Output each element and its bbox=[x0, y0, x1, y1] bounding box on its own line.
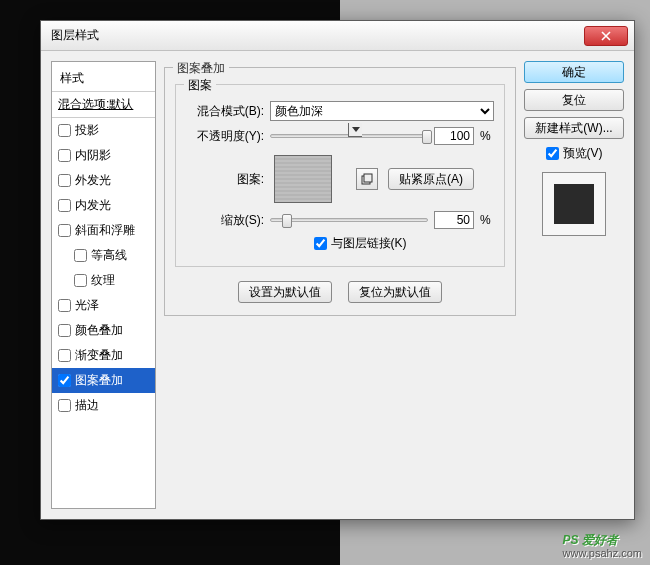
styles-header[interactable]: 样式 bbox=[52, 66, 155, 92]
style-item-label: 光泽 bbox=[75, 297, 99, 314]
style-item-label: 斜面和浮雕 bbox=[75, 222, 135, 239]
pattern-subgroup: 图案 混合模式(B): 颜色加深 不透明度(Y): % bbox=[175, 84, 505, 267]
scale-label: 缩放(S): bbox=[186, 212, 264, 229]
opacity-input[interactable] bbox=[434, 127, 474, 145]
style-item-checkbox[interactable] bbox=[58, 124, 71, 137]
style-item[interactable]: 斜面和浮雕 bbox=[52, 218, 155, 243]
watermark: PS 爱好者 www.psahz.com bbox=[563, 526, 642, 559]
style-item-checkbox[interactable] bbox=[58, 349, 71, 362]
style-item[interactable]: 投影 bbox=[52, 118, 155, 143]
opacity-unit: % bbox=[480, 129, 494, 143]
set-default-button[interactable]: 设置为默认值 bbox=[238, 281, 332, 303]
dialog-title: 图层样式 bbox=[51, 27, 99, 44]
style-item[interactable]: 外发光 bbox=[52, 168, 155, 193]
style-item-checkbox[interactable] bbox=[58, 299, 71, 312]
opacity-label: 不透明度(Y): bbox=[186, 128, 264, 145]
pattern-label: 图案: bbox=[186, 171, 264, 188]
blend-mode-select[interactable]: 颜色加深 bbox=[270, 101, 494, 121]
snap-origin-button[interactable]: 贴紧原点(A) bbox=[388, 168, 474, 190]
blend-options[interactable]: 混合选项:默认 bbox=[52, 92, 155, 118]
cancel-button[interactable]: 复位 bbox=[524, 89, 624, 111]
svg-rect-1 bbox=[364, 174, 372, 182]
preview-checkbox[interactable] bbox=[546, 147, 559, 160]
scale-unit: % bbox=[480, 213, 494, 227]
pattern-swatch[interactable] bbox=[274, 155, 332, 203]
style-item-checkbox[interactable] bbox=[58, 149, 71, 162]
style-item-label: 图案叠加 bbox=[75, 372, 123, 389]
style-item-label: 描边 bbox=[75, 397, 99, 414]
chevron-down-icon bbox=[352, 127, 360, 132]
style-item[interactable]: 内发光 bbox=[52, 193, 155, 218]
style-item-checkbox[interactable] bbox=[58, 374, 71, 387]
scale-input[interactable] bbox=[434, 211, 474, 229]
group-legend: 图案叠加 bbox=[173, 60, 229, 77]
style-item-checkbox[interactable] bbox=[58, 399, 71, 412]
style-item-label: 外发光 bbox=[75, 172, 111, 189]
style-item[interactable]: 颜色叠加 bbox=[52, 318, 155, 343]
style-item[interactable]: 内阴影 bbox=[52, 143, 155, 168]
pattern-overlay-group: 图案叠加 图案 混合模式(B): 颜色加深 不透明度(Y): bbox=[164, 67, 516, 316]
style-item[interactable]: 光泽 bbox=[52, 293, 155, 318]
pattern-dropdown[interactable] bbox=[348, 123, 362, 137]
blend-mode-label: 混合模式(B): bbox=[186, 103, 264, 120]
ok-button[interactable]: 确定 bbox=[524, 61, 624, 83]
style-item-checkbox[interactable] bbox=[58, 224, 71, 237]
style-item[interactable]: 渐变叠加 bbox=[52, 343, 155, 368]
style-item[interactable]: 描边 bbox=[52, 393, 155, 418]
style-item[interactable]: 图案叠加 bbox=[52, 368, 155, 393]
style-item-label: 颜色叠加 bbox=[75, 322, 123, 339]
style-item-label: 纹理 bbox=[91, 272, 115, 289]
style-item[interactable]: 等高线 bbox=[52, 243, 155, 268]
style-item-label: 投影 bbox=[75, 122, 99, 139]
style-item-label: 内阴影 bbox=[75, 147, 111, 164]
style-item-checkbox[interactable] bbox=[58, 199, 71, 212]
link-with-layer-label: 与图层链接(K) bbox=[331, 235, 407, 252]
style-item-checkbox[interactable] bbox=[74, 249, 87, 262]
style-item-label: 等高线 bbox=[91, 247, 127, 264]
scale-slider[interactable] bbox=[270, 218, 428, 222]
new-style-button[interactable]: 新建样式(W)... bbox=[524, 117, 624, 139]
style-item-checkbox[interactable] bbox=[74, 274, 87, 287]
subgroup-legend: 图案 bbox=[184, 77, 216, 94]
reset-default-button[interactable]: 复位为默认值 bbox=[348, 281, 442, 303]
style-item[interactable]: 纹理 bbox=[52, 268, 155, 293]
new-pattern-icon-button[interactable] bbox=[356, 168, 378, 190]
link-with-layer-checkbox[interactable] bbox=[314, 237, 327, 250]
style-item-label: 内发光 bbox=[75, 197, 111, 214]
styles-list: 样式 混合选项:默认 投影内阴影外发光内发光斜面和浮雕等高线纹理光泽颜色叠加渐变… bbox=[51, 61, 156, 509]
close-button[interactable] bbox=[584, 26, 628, 46]
style-item-label: 渐变叠加 bbox=[75, 347, 123, 364]
preview-swatch bbox=[542, 172, 606, 236]
layer-style-dialog: 图层样式 样式 混合选项:默认 投影内阴影外发光内发光斜面和浮雕等高线纹理光泽颜… bbox=[40, 20, 635, 520]
style-item-checkbox[interactable] bbox=[58, 324, 71, 337]
preview-label: 预览(V) bbox=[563, 145, 603, 162]
style-item-checkbox[interactable] bbox=[58, 174, 71, 187]
titlebar: 图层样式 bbox=[41, 21, 634, 51]
